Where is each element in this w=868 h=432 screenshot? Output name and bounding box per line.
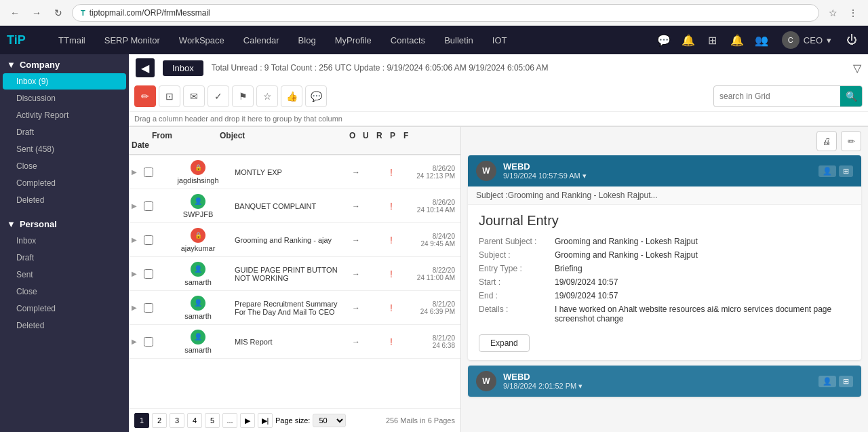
flag-btn[interactable]: ⚑ bbox=[232, 85, 254, 107]
dropdown-icon-2[interactable]: ▾ bbox=[578, 382, 583, 390]
back-button[interactable]: ◀ bbox=[136, 58, 155, 77]
expand-button[interactable]: Expand bbox=[479, 334, 530, 352]
sidebar-item-personal-deleted[interactable]: Deleted bbox=[3, 317, 126, 334]
sidebar-item-personal-close[interactable]: Close bbox=[3, 283, 126, 300]
nav-iot[interactable]: IOT bbox=[484, 31, 515, 50]
expand-arrow[interactable]: ▶ bbox=[132, 236, 144, 243]
expand-arrow[interactable]: ▶ bbox=[132, 168, 144, 176]
page-last-btn[interactable]: ▶| bbox=[258, 413, 273, 428]
nav-workspace[interactable]: WorkSpace bbox=[171, 31, 233, 50]
table-row[interactable]: ▶ 👤 samarth GUIDE PAGE PRINT BUTTON NOT … bbox=[129, 257, 460, 291]
email-checkbox[interactable] bbox=[144, 235, 153, 245]
email-checkbox[interactable] bbox=[144, 269, 153, 279]
bell-icon-btn[interactable]: 🔔 bbox=[679, 31, 698, 50]
page-2-btn[interactable]: 2 bbox=[152, 413, 167, 428]
sidebar-item-personal-draft[interactable]: Draft bbox=[3, 250, 126, 266]
sender-avatar: 👤 bbox=[191, 194, 205, 209]
company-toggle-icon: ▼ bbox=[7, 60, 16, 70]
sender-col: 🔒 jagdishsingh bbox=[164, 160, 232, 184]
expand-arrow[interactable]: ▶ bbox=[132, 270, 144, 277]
inbox-expand-btn[interactable]: ▽ bbox=[853, 62, 861, 75]
nav-myprofile[interactable]: MyProfile bbox=[327, 31, 380, 50]
user-name: CEO bbox=[804, 35, 823, 45]
browser-url-bar[interactable]: T tiptopmail.com/ORP/frmMessmail bbox=[72, 4, 819, 22]
search-input[interactable] bbox=[714, 88, 840, 104]
print-btn[interactable]: 🖨 bbox=[816, 131, 837, 151]
browser-forward-btn[interactable]: → bbox=[28, 5, 45, 21]
sidebar-item-inbox[interactable]: Inbox (9) bbox=[3, 73, 126, 90]
sidebar-item-completed-company[interactable]: Completed bbox=[3, 175, 126, 191]
browser-more-btn[interactable]: ⋮ bbox=[845, 5, 861, 21]
sidebar-item-close[interactable]: Close bbox=[3, 158, 126, 174]
check-btn[interactable]: ✓ bbox=[208, 85, 229, 107]
sidebar-personal-header[interactable]: ▼ Personal bbox=[0, 214, 129, 232]
nav-blog[interactable]: Blog bbox=[290, 31, 324, 50]
page-size-select[interactable]: 50 100 25 bbox=[313, 414, 346, 427]
expand-arrow[interactable]: ▶ bbox=[132, 202, 144, 210]
favicon: T bbox=[81, 9, 85, 17]
grid-icon-btn[interactable]: ⊞ bbox=[703, 31, 722, 50]
sidebar-item-discussion[interactable]: Discussion bbox=[3, 90, 126, 106]
chat-icon-btn[interactable]: 💬 bbox=[654, 31, 673, 50]
sidebar-company-header[interactable]: ▼ Company bbox=[0, 54, 129, 73]
nav-ttmail[interactable]: TTmail bbox=[50, 31, 94, 50]
edit-btn[interactable]: ✏ bbox=[841, 131, 861, 151]
email-checkbox[interactable] bbox=[144, 168, 153, 177]
search-button[interactable]: 🔍 bbox=[840, 86, 862, 106]
sidebar-item-activity-report[interactable]: Activity Report bbox=[3, 107, 126, 123]
page-1-btn[interactable]: 1 bbox=[134, 413, 149, 428]
users-icon-btn[interactable]: 👥 bbox=[752, 31, 771, 50]
priority-icon: ! bbox=[390, 235, 403, 246]
priority-icon: ! bbox=[390, 302, 403, 313]
email-checkbox[interactable] bbox=[144, 201, 153, 211]
reply-icon-btn-2[interactable]: 👤 bbox=[818, 376, 836, 387]
browser-back-btn[interactable]: ← bbox=[7, 5, 23, 21]
nav-calendar[interactable]: Calendar bbox=[235, 31, 288, 50]
nav-serp-monitor[interactable]: SERP Monitor bbox=[96, 31, 168, 50]
sender-avatar: 🔒 bbox=[191, 228, 205, 243]
expand-icon-btn-2[interactable]: ⊞ bbox=[839, 376, 853, 387]
entry-type-value: Briefing bbox=[555, 264, 583, 273]
notification-icon-btn[interactable]: 🔔 bbox=[728, 31, 747, 50]
compose-btn[interactable]: ✏ bbox=[134, 85, 156, 107]
inbox-top-bar: ◀ Inbox Total Unread : 9 Total Count : 2… bbox=[129, 54, 868, 81]
table-row[interactable]: ▶ 👤 SWPJFB BANQUET COMPLAINT → ! 8/26/20… bbox=[129, 189, 460, 223]
like-btn[interactable]: 👍 bbox=[281, 85, 302, 107]
signout-icon-btn[interactable]: ⏻ bbox=[842, 31, 861, 50]
page-ellipsis-btn[interactable]: ... bbox=[222, 413, 237, 428]
nav-user[interactable]: C CEO ▾ bbox=[776, 28, 837, 52]
sidebar-item-deleted-company[interactable]: Deleted bbox=[3, 192, 126, 208]
email-checkbox[interactable] bbox=[144, 303, 153, 313]
sidebar-item-sent[interactable]: Sent (458) bbox=[3, 141, 126, 157]
table-row[interactable]: ▶ 👤 samarth MIS Report → ! 8/21/2024 6:3… bbox=[129, 325, 460, 359]
col-r: R bbox=[376, 131, 390, 140]
dropdown-icon[interactable]: ▾ bbox=[583, 172, 587, 180]
page-3-btn[interactable]: 3 bbox=[170, 413, 184, 428]
email-checkbox[interactable] bbox=[144, 337, 153, 347]
expand-icon-btn[interactable]: ⊞ bbox=[839, 165, 853, 177]
sidebar-item-personal-sent[interactable]: Sent bbox=[3, 267, 126, 283]
chat-btn[interactable]: 💬 bbox=[305, 85, 327, 107]
page-5-btn[interactable]: 5 bbox=[205, 413, 220, 428]
table-row[interactable]: ▶ 🔒 jagdishsingh MONTLY EXP → ! 8/26/202… bbox=[129, 155, 460, 189]
sender-avatar: 🔒 bbox=[191, 160, 205, 175]
expand-arrow[interactable]: ▶ bbox=[132, 338, 144, 345]
nav-contacts[interactable]: Contacts bbox=[382, 31, 433, 50]
sidebar-item-personal-completed[interactable]: Completed bbox=[3, 300, 126, 317]
sidebar-item-draft[interactable]: Draft bbox=[3, 124, 126, 140]
envelope-btn[interactable]: ✉ bbox=[183, 85, 205, 107]
page-4-btn[interactable]: 4 bbox=[187, 413, 202, 428]
email-card-sender-info-2: WEBD 9/18/2024 2:01:52 PM ▾ bbox=[503, 372, 583, 391]
browser-star-btn[interactable]: ☆ bbox=[825, 5, 841, 21]
expand-arrow[interactable]: ▶ bbox=[132, 304, 144, 311]
browser-refresh-btn[interactable]: ↻ bbox=[50, 5, 66, 21]
archive-btn[interactable]: ⊡ bbox=[159, 85, 180, 107]
nav-bulletin[interactable]: Bulletin bbox=[436, 31, 481, 50]
table-row[interactable]: ▶ 👤 samarth Prepare Recruitment Summary … bbox=[129, 291, 460, 325]
page-next-btn[interactable]: ▶ bbox=[240, 413, 255, 428]
star-btn[interactable]: ☆ bbox=[256, 85, 278, 107]
reply-icon-btn[interactable]: 👤 bbox=[818, 165, 836, 177]
end-label: End : bbox=[479, 291, 547, 300]
sidebar-item-personal-inbox[interactable]: Inbox bbox=[3, 233, 126, 249]
table-row[interactable]: ▶ 🔒 ajaykumar Grooming and Ranking - aja… bbox=[129, 223, 460, 257]
